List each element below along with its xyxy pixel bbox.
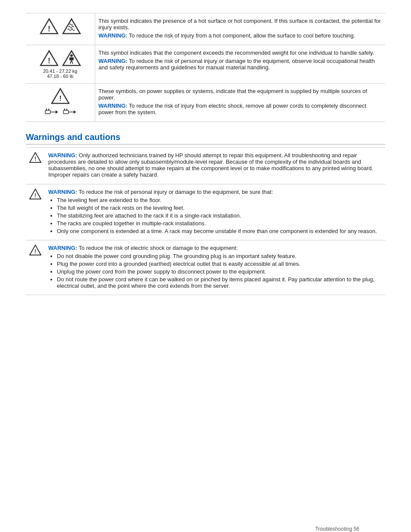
list-item: Only one component is extended at a time… [57,228,382,234]
power-plain: These symbols, on power supplies or syst… [99,88,382,101]
hot-surface-warning: WARNING: To reduce the risk of injury fr… [99,32,382,39]
power-warn-label: WARNING: [99,103,128,109]
weight-warn-label: WARNING: [99,58,128,64]
hot-surface-plain: This symbol indicates the presence of a … [99,18,382,31]
weight-lb: 47.18 - 60 lb [29,74,91,79]
warning-3-label: WARNING: [48,245,77,251]
hot-warn-label: WARNING: [99,32,128,39]
footer-text: Troubleshooting 56 [315,526,359,532]
footer: Troubleshooting 56 [315,526,359,532]
weight-warn-text: To reduce the risk of personal injury or… [99,58,375,71]
list-item: The full weight of the rack rests on the… [57,205,382,211]
weight-plain: This symbol indicates that the component… [99,50,382,56]
svg-line-9 [72,60,73,64]
power-plug-1-icon [44,107,59,116]
svg-text:!: ! [48,25,50,33]
power-icons: ! [26,84,95,122]
hot-triangle-icon: ! [40,18,59,35]
warning-1-content: WARNING: Only authorized technicians tra… [45,148,385,184]
svg-text:!: ! [34,192,36,199]
warning-1-triangle-icon: ! [29,152,41,163]
svg-rect-12 [45,110,50,114]
warning-3-intro: WARNING: To reduce the risk of electric … [48,245,382,251]
weight-warning: WARNING: To reduce the risk of personal … [99,58,382,71]
section-heading: Warnings and cautions [26,132,385,145]
power-plug-2-icon [62,107,77,116]
warning-3-intro-text: To reduce the risk of electric shock or … [79,245,238,251]
list-item: Do not disable the power cord grounding … [57,253,382,259]
power-text-cell: These symbols, on power supplies or syst… [95,84,385,122]
warning-2-label: WARNING: [48,189,77,195]
warning-2-intro: WARNING: To reduce the risk of personal … [48,189,382,195]
warning-2-content: WARNING: To reduce the risk of personal … [45,184,385,240]
symbol-row-hot: ! This symbol indicates the presence of … [26,13,385,45]
svg-marker-2 [63,19,80,34]
weight-icons: ! 20.41 - 27.22 kg 47.18 - 60 lb [26,45,95,84]
warning-2-list: The leveling feet are extended to the fl… [57,197,382,234]
svg-point-6 [70,54,73,57]
symbol-row-weight: ! 20.41 - 27.22 kg 47.18 - 60 lb [26,45,385,84]
list-item: Do not route the power cord where it can… [57,276,382,289]
warning-row-3: ! WARNING: To reduce the risk of electri… [26,240,385,295]
warning-3-content: WARNING: To reduce the risk of electric … [45,240,385,295]
svg-rect-7 [69,57,74,60]
weight-kg: 20.41 - 27.22 kg [29,68,91,74]
warning-3-triangle-icon: ! [29,245,41,256]
hot-warn-text: To reduce the risk of injury from a hot … [129,32,355,39]
power-warning: WARNING: To reduce the risk of injury fr… [99,103,382,115]
warning-2-triangle-icon: ! [29,189,41,200]
svg-text:!: ! [34,156,36,162]
warning-row-2: ! WARNING: To reduce the risk of persona… [26,184,385,240]
hot-surface-text: This symbol indicates the presence of a … [95,13,385,45]
page-wrap: ! This symbol indicates the presence of … [26,13,385,532]
svg-rect-16 [63,110,68,114]
list-item: The stabilizing feet are attached to the… [57,212,382,219]
warning-3-list: Do not disable the power cord grounding … [57,253,382,289]
hot-surface-icons: ! [26,13,95,45]
svg-text:!: ! [59,94,62,103]
list-item: Plug the power cord into a grounded (ear… [57,261,382,267]
warning-3-icon-cell: ! [26,240,45,295]
weight-triangle-icon: ! [40,50,59,67]
symbol-row-power: ! [26,84,385,122]
hot-wavy-icon [62,18,81,35]
warning-2-intro-text: To reduce the risk of personal injury or… [79,189,273,195]
warning-2-icon-cell: ! [26,184,45,240]
warnings-table: ! WARNING: Only authorized technicians t… [26,147,385,295]
power-warn-text: To reduce the risk of injury from electr… [99,103,367,115]
warning-1-icon-cell: ! [26,148,45,184]
svg-text:!: ! [48,56,50,65]
weight-person-icon [62,50,81,67]
list-item: The racks are coupled together in multip… [57,220,382,227]
warning-1-text: WARNING: Only authorized technicians tra… [48,152,382,178]
weight-text-cell: This symbol indicates that the component… [95,45,385,84]
list-item: The leveling feet are extended to the fl… [57,197,382,203]
warning-row-1: ! WARNING: Only authorized technicians t… [26,148,385,184]
power-triangle-icon: ! [51,88,70,104]
list-item: Unplug the power cord from the power sup… [57,268,382,275]
symbol-table: ! This symbol indicates the presence of … [26,13,385,122]
svg-text:!: ! [34,248,36,255]
warning-1-label: WARNING: [48,152,77,159]
warning-1-body: Only authorized technicians trained by H… [48,152,373,178]
